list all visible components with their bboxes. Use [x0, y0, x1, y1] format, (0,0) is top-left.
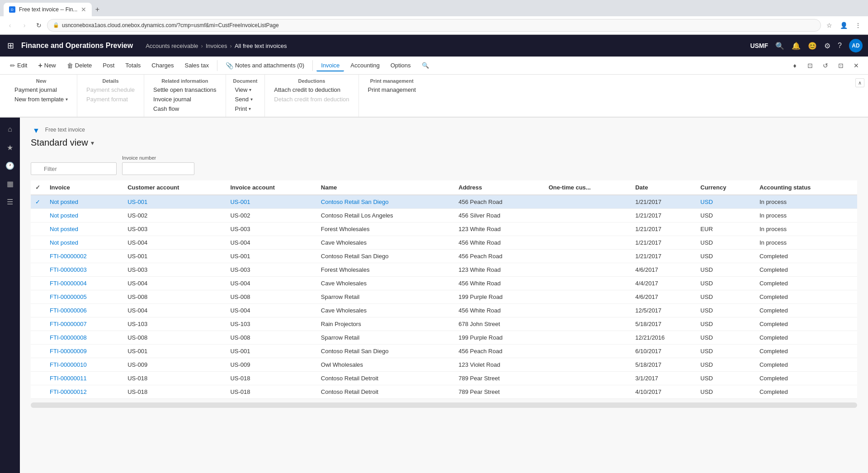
sidebar-favorites-icon[interactable]: ★ — [2, 139, 18, 156]
table-row[interactable]: FTI-00000011US-018US-018Contoso Retail D… — [31, 372, 857, 385]
row-invoice[interactable]: FTI-00000008 — [45, 331, 123, 345]
table-row[interactable]: FTI-00000007US-103US-103Rain Projectors6… — [31, 317, 857, 331]
row-checkbox[interactable] — [31, 277, 45, 290]
col-name[interactable]: Name — [316, 180, 454, 195]
print-item[interactable]: Print ▾ — [233, 104, 258, 113]
row-checkbox[interactable] — [31, 317, 45, 331]
close-ribbon-icon[interactable]: ✕ — [850, 59, 863, 72]
edit-button[interactable]: ✏ Edit — [5, 59, 32, 72]
table-row[interactable]: FTI-00000005US-008US-008Sparrow Retail19… — [31, 290, 857, 304]
company-selector[interactable]: USMF — [750, 42, 768, 49]
row-checkbox[interactable] — [31, 304, 45, 317]
row-invoice[interactable]: FTI-00000011 — [45, 372, 123, 385]
menu-button[interactable]: ⋮ — [852, 19, 864, 32]
row-checkbox[interactable] — [31, 372, 45, 385]
cash-flow-item[interactable]: Cash flow — [151, 104, 218, 113]
row-checkbox[interactable]: ✓ — [31, 195, 45, 209]
new-tab-button[interactable]: + — [92, 4, 103, 15]
attach-credit-item[interactable]: Attach credit to deduction — [272, 85, 351, 94]
send-item[interactable]: Send ▾ — [233, 95, 258, 104]
payment-journal-item[interactable]: Payment journal — [13, 85, 70, 94]
table-row[interactable]: Not postedUS-004US-004Cave Wholesales456… — [31, 236, 857, 250]
post-button[interactable]: Post — [98, 59, 119, 71]
row-checkbox[interactable] — [31, 331, 45, 345]
row-invoice[interactable]: Not posted — [45, 209, 123, 222]
row-checkbox[interactable] — [31, 236, 45, 250]
row-checkbox[interactable] — [31, 290, 45, 304]
sidebar-modules-icon[interactable]: ☰ — [2, 194, 18, 210]
view-selector-arrow[interactable]: ▾ — [91, 139, 94, 147]
row-name[interactable]: Contoso Retail San Diego — [316, 195, 454, 209]
accounting-tab[interactable]: Accounting — [346, 59, 384, 71]
tab-close-button[interactable]: ✕ — [81, 6, 86, 13]
col-address[interactable]: Address — [454, 180, 544, 195]
row-checkbox[interactable] — [31, 345, 45, 358]
sidebar-home-icon[interactable]: ⌂ — [2, 121, 18, 137]
sales-tax-button[interactable]: Sales tax — [180, 59, 213, 71]
row-invoice[interactable]: FTI-00000002 — [45, 250, 123, 263]
table-row[interactable]: FTI-00000004US-004US-004Cave Wholesales4… — [31, 277, 857, 290]
back-button[interactable]: ‹ — [4, 19, 16, 32]
row-invoice[interactable]: FTI-00000005 — [45, 290, 123, 304]
ribbon-collapse-button[interactable]: ∧ — [855, 78, 864, 87]
table-row[interactable]: FTI-00000002US-001US-001Contoso Retail S… — [31, 250, 857, 263]
toolbar-search-button[interactable]: 🔍 — [417, 59, 434, 71]
row-invoice[interactable]: Not posted — [45, 195, 123, 209]
col-date[interactable]: Date — [631, 180, 696, 195]
table-row[interactable]: FTI-00000012US-018US-018Contoso Retail D… — [31, 385, 857, 399]
breadcrumb-accounts-receivable[interactable]: Accounts receivable — [146, 43, 198, 49]
profile-button[interactable]: 👤 — [837, 19, 850, 32]
invoice-number-input[interactable] — [122, 162, 194, 175]
grid-icon[interactable]: ⊞ — [5, 39, 16, 52]
row-invoice[interactable]: FTI-00000006 — [45, 304, 123, 317]
row-customer-account[interactable]: US-001 — [123, 195, 226, 209]
row-checkbox[interactable] — [31, 263, 45, 277]
sidebar-recent-icon[interactable]: 🕐 — [2, 157, 18, 174]
user-avatar[interactable]: AD — [849, 39, 863, 52]
row-invoice[interactable]: FTI-00000010 — [45, 358, 123, 372]
invoice-journal-item[interactable]: Invoice journal — [151, 95, 218, 104]
row-invoice[interactable]: FTI-00000007 — [45, 317, 123, 331]
help-icon[interactable]: ? — [838, 42, 842, 50]
window-icon[interactable]: ⊡ — [835, 59, 847, 72]
col-invoice[interactable]: Invoice — [45, 180, 123, 195]
expand-icon[interactable]: ⊡ — [804, 59, 816, 72]
row-checkbox[interactable] — [31, 358, 45, 372]
options-button[interactable]: Options — [386, 59, 415, 71]
view-item[interactable]: View ▾ — [233, 85, 258, 94]
horizontal-scrollbar[interactable] — [31, 402, 857, 408]
table-row[interactable]: FTI-00000006US-004US-004Cave Wholesales4… — [31, 304, 857, 317]
filter-button[interactable]: ▼ — [31, 125, 42, 137]
feedback-icon[interactable]: 😊 — [808, 42, 817, 50]
pin-icon[interactable]: ♦ — [788, 59, 801, 72]
col-one-time-cus[interactable]: One-time cus... — [544, 180, 631, 195]
breadcrumb-invoices[interactable]: Invoices — [206, 43, 227, 49]
search-icon[interactable]: 🔍 — [775, 42, 784, 50]
table-row[interactable]: Not postedUS-003US-003Forest Wholesales1… — [31, 222, 857, 236]
refresh-icon[interactable]: ↺ — [819, 59, 832, 72]
delete-button[interactable]: 🗑 Delete — [62, 59, 97, 72]
row-invoice[interactable]: FTI-00000003 — [45, 263, 123, 277]
table-row[interactable]: FTI-00000009US-001US-001Contoso Retail S… — [31, 345, 857, 358]
new-from-template-item[interactable]: New from template ▾ — [13, 95, 70, 104]
settings-icon[interactable]: ⚙ — [824, 42, 830, 50]
totals-button[interactable]: Totals — [121, 59, 145, 71]
row-checkbox[interactable] — [31, 385, 45, 399]
row-invoice[interactable]: Not posted — [45, 236, 123, 250]
col-accounting-status[interactable]: Accounting status — [755, 180, 857, 195]
table-row[interactable]: FTI-00000010US-009US-009Owl Wholesales12… — [31, 358, 857, 372]
table-row[interactable]: ✓Not postedUS-001US-001Contoso Retail Sa… — [31, 195, 857, 209]
row-checkbox[interactable] — [31, 209, 45, 222]
filter-input[interactable] — [31, 162, 117, 175]
row-checkbox[interactable] — [31, 222, 45, 236]
row-invoice[interactable]: FTI-00000012 — [45, 385, 123, 399]
forward-button[interactable]: › — [18, 19, 31, 32]
new-button[interactable]: + New — [33, 59, 60, 72]
notification-icon[interactable]: 🔔 — [792, 42, 801, 50]
notes-button[interactable]: 📎 Notes and attachments (0) — [221, 59, 309, 72]
settle-open-transactions-item[interactable]: Settle open transactions — [151, 85, 218, 94]
print-management-item[interactable]: Print management — [366, 85, 418, 94]
row-invoice[interactable]: FTI-00000004 — [45, 277, 123, 290]
table-row[interactable]: Not postedUS-002US-002Contoso Retail Los… — [31, 209, 857, 222]
row-invoice-account[interactable]: US-001 — [226, 195, 316, 209]
